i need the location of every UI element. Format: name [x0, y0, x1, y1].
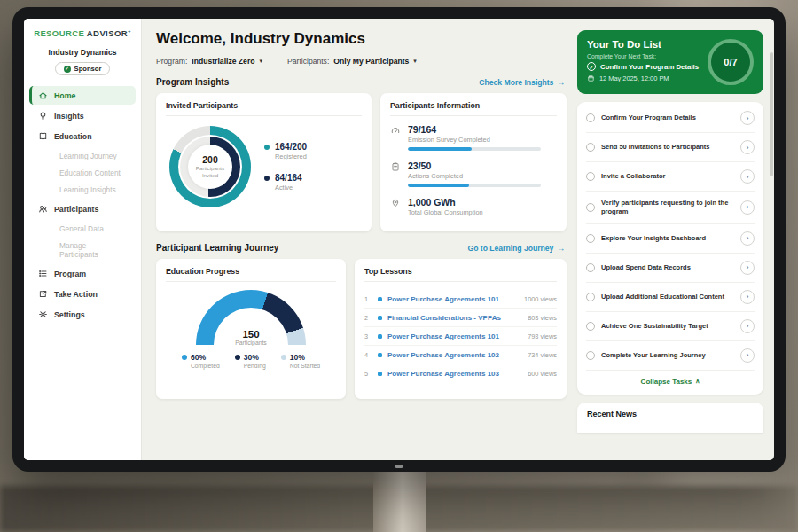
stat-actions-completed: 23/50 Actions Completed	[390, 160, 557, 187]
legend-dot-teal	[264, 145, 270, 150]
card-title: Invited Participants	[166, 101, 362, 116]
card-title: Top Lessons	[364, 267, 557, 282]
task-checkbox[interactable]	[586, 293, 595, 301]
task-label: Invite a Collaborator	[601, 172, 734, 181]
sidebar-item-label: Take Action	[54, 290, 98, 299]
sidebar-item-participants[interactable]: Participants	[29, 200, 136, 218]
todo-next-task[interactable]: ✓ Confirm Your Program Details	[587, 62, 699, 71]
task-open-button[interactable]: ›	[740, 348, 755, 363]
sidebar-item-program[interactable]: Program	[29, 264, 136, 283]
task-open-button[interactable]: ›	[740, 111, 755, 125]
task-checkbox[interactable]	[586, 143, 595, 152]
sidebar-item-home[interactable]: Home	[29, 86, 136, 105]
scrollbar-thumb[interactable]	[770, 52, 773, 176]
sidebar-item-take-action[interactable]: Take Action	[29, 285, 136, 303]
task-open-button[interactable]: ›	[740, 169, 755, 184]
sidebar-item-insights[interactable]: Insights	[29, 106, 136, 125]
task-checkbox[interactable]	[586, 172, 595, 181]
sidebar-item-learning-journey[interactable]: Learning Journey	[29, 147, 136, 164]
logo-text-primary: RESOURCE	[34, 28, 84, 38]
program-filter-dropdown[interactable]: Program: Industrialize Zero ▾	[156, 57, 262, 66]
gauge-center-value: 150	[196, 329, 306, 340]
task-label: Upload Additional Educational Content	[601, 293, 734, 301]
task-row[interactable]: Explore Your Insights Dashboard ›	[586, 224, 755, 254]
chevron-right-icon: ›	[747, 144, 749, 152]
chevron-up-icon: ∧	[695, 378, 700, 385]
chevron-right-icon: ›	[747, 293, 749, 301]
collapse-tasks-button[interactable]: Collapse Tasks ∧	[586, 371, 755, 393]
lesson-row[interactable]: 3 Power Purchase Agreements 101 793 view…	[364, 327, 557, 346]
check-more-insights-link[interactable]: Check More Insights →	[479, 78, 565, 87]
task-row[interactable]: Complete Your Learning Journey ›	[586, 341, 755, 371]
lesson-bullet-icon	[378, 372, 382, 376]
task-row[interactable]: Verify participants requesting to join t…	[586, 192, 755, 224]
lesson-title-link[interactable]: Power Purchase Agreements 102	[387, 351, 522, 359]
task-checkbox[interactable]	[586, 263, 595, 272]
task-row[interactable]: Upload Additional Educational Content ›	[586, 283, 755, 312]
lesson-title-link[interactable]: Financial Considerations - VPPAs	[387, 314, 522, 322]
sidebar-item-education-content[interactable]: Education Content	[29, 164, 136, 181]
lesson-rank: 4	[364, 351, 372, 359]
stat-label: Actions Completed	[408, 172, 541, 180]
legend-item-completed: 60% Completed	[182, 353, 220, 369]
program-filter-label: Program:	[156, 57, 187, 66]
lesson-title-link[interactable]: Power Purchase Agreements 101	[387, 295, 519, 303]
legend-label: Completed	[191, 363, 220, 369]
task-checkbox[interactable]	[586, 203, 595, 212]
task-checkbox[interactable]	[586, 234, 595, 243]
lesson-rank: 5	[364, 370, 372, 378]
lesson-rank: 1	[364, 295, 372, 303]
legend-label: Registered	[275, 153, 307, 160]
task-open-button[interactable]: ›	[740, 319, 755, 333]
task-open-button[interactable]: ›	[740, 140, 755, 154]
task-open-button[interactable]: ›	[740, 231, 755, 246]
go-to-learning-journey-link[interactable]: Go to Learning Journey →	[467, 244, 565, 253]
lesson-row[interactable]: 2 Financial Considerations - VPPAs 803 v…	[364, 309, 557, 327]
stat-value: 23/50	[408, 160, 541, 171]
stat-value: 1,000 GWh	[408, 197, 483, 207]
task-row[interactable]: Achieve One Sustainability Target ›	[586, 312, 755, 341]
lesson-views: 1000 views	[524, 295, 557, 303]
chevron-down-icon: ▾	[260, 58, 263, 65]
progress-fill	[408, 184, 469, 187]
task-label: Confirm Your Program Details	[601, 113, 734, 122]
card-title: Education Progress	[166, 267, 336, 282]
insights-cards-row: Invited Participants 200 Participants In…	[156, 93, 567, 231]
task-checkbox[interactable]	[586, 113, 595, 122]
task-checkbox[interactable]	[586, 322, 595, 331]
todo-summary-card: Your To Do List Complete Your Next Task:…	[577, 30, 763, 94]
sidebar-item-manage-participants[interactable]: Manage Participants	[29, 237, 136, 262]
lesson-row[interactable]: 1 Power Purchase Agreements 101 1000 vie…	[364, 290, 557, 309]
lesson-title-link[interactable]: Power Purchase Agreements 101	[387, 332, 522, 340]
sidebar-item-learning-insights[interactable]: Learning Insights	[29, 181, 136, 198]
lesson-row[interactable]: 5 Power Purchase Agreements 103 600 view…	[364, 364, 557, 382]
task-open-button[interactable]: ›	[740, 261, 755, 275]
lesson-views: 793 views	[528, 332, 557, 340]
gauge-center: 150 Participants	[196, 329, 306, 346]
sidebar-item-label: Program	[54, 270, 86, 278]
task-row[interactable]: Confirm Your Program Details ›	[586, 104, 755, 133]
sidebar-item-general-data[interactable]: General Data	[29, 220, 136, 237]
recent-news-title: Recent News	[587, 410, 637, 419]
task-checkbox[interactable]	[586, 351, 595, 360]
lesson-title-link[interactable]: Power Purchase Agreements 103	[387, 370, 522, 378]
legend-value: 164/200	[275, 142, 307, 152]
task-row[interactable]: Invite a Collaborator ›	[586, 162, 755, 192]
monitor-bezel: RESOURCE ADVISOR+ Industry Dynamics ✓ Sp…	[12, 7, 786, 472]
legend-item-not-started: 10% Not Started	[281, 353, 320, 369]
stat-label: Total Global Consumption	[408, 208, 483, 216]
task-row[interactable]: Upload Spend Data Records ›	[586, 254, 755, 283]
sponsor-badge[interactable]: ✓ Sponsor	[55, 62, 111, 75]
todo-next-task-label: Confirm Your Program Details	[600, 63, 699, 71]
task-label: Explore Your Insights Dashboard	[601, 234, 734, 243]
legend-dot-navy	[235, 355, 240, 360]
task-open-button[interactable]: ›	[740, 290, 755, 304]
task-open-button[interactable]: ›	[740, 200, 755, 215]
education-gauge-chart: 150 Participants	[196, 290, 306, 346]
actions-progress-bar	[408, 184, 541, 187]
sidebar-item-settings[interactable]: Settings	[29, 305, 136, 324]
lesson-row[interactable]: 4 Power Purchase Agreements 102 734 view…	[364, 346, 557, 364]
participants-filter-dropdown[interactable]: Participants: Only My Participants ▾	[287, 57, 417, 66]
task-row[interactable]: Send 50 Invitations to Participants ›	[586, 133, 755, 162]
sidebar-item-education[interactable]: Education	[29, 127, 136, 145]
